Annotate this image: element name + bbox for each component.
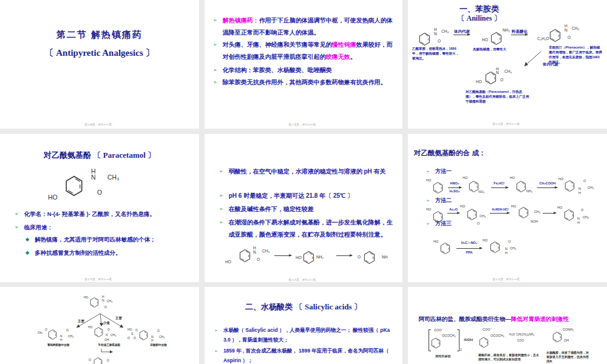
lysine-cation-label: H₃N⁺CH(CH₂)₄NH₃⁺ bbox=[509, 334, 536, 337]
atom-label: NH₂ bbox=[526, 190, 532, 194]
bracket-right bbox=[457, 329, 459, 351]
atom-label: HO bbox=[483, 239, 487, 243]
reagent-label: HNO₃ bbox=[446, 181, 464, 185]
reaction-arrow bbox=[453, 35, 470, 35]
atom-label: O bbox=[583, 180, 586, 183]
atom-label: O bbox=[581, 209, 583, 212]
slide-thumbnail-1[interactable]: 第二节 解热镇痛药 〔 Antipyretic Analgesics 〕 第十四… bbox=[0, 0, 199, 129]
bullet-arrow-icon: ➢ bbox=[15, 209, 19, 218]
slide-thumbnail-4[interactable]: 对乙酰氨基酚 〔 Paracetamol 〕 H N CH₃ O HO ➢ 化学… bbox=[0, 134, 199, 282]
slide-thumbnail-7[interactable]: HO H N CH₃ O 主要 少量 主要 Glu O N H O CH₃ HO… bbox=[0, 287, 199, 364]
atom-label: HO bbox=[476, 80, 482, 84]
structure-4-nitrophenol: HO NO₂ bbox=[463, 177, 489, 197]
slide-thumbnail-6[interactable]: 对乙酰氨基酚的合 成： ➢ 方法一 HO HNO₃ H₂SO₄ HO NO₂ F… bbox=[408, 134, 607, 282]
bullet-arrow-icon: ➢ bbox=[219, 166, 223, 178]
benzene-ring-icon bbox=[564, 209, 574, 221]
atom-label: C₂H₅O bbox=[537, 37, 549, 41]
reagent-label: Ac₂O bbox=[445, 207, 462, 211]
atom-label: COO⁻ bbox=[517, 340, 525, 343]
benzene-ring-icon bbox=[469, 180, 479, 193]
atom-label: NO₂ bbox=[478, 190, 484, 194]
benzene-ring-icon bbox=[518, 206, 529, 219]
atom-label: HO bbox=[433, 240, 438, 244]
atom-label: H bbox=[578, 192, 581, 195]
structure-paracetamol: HO H N CH₃ O bbox=[84, 294, 120, 312]
slide-title: 对乙酰氨基酚 〔 Paracetamol 〕 bbox=[0, 150, 199, 161]
bullet-arrow-icon: ➢ bbox=[213, 76, 217, 89]
atom-label: HO bbox=[48, 194, 58, 201]
slide-thumbnail-8[interactable]: 二、水杨酸类 〔 Salicylic acids 〕 ➢ 水杨酸（ Salicy… bbox=[205, 287, 402, 364]
bullet-arrow-icon: ➢ bbox=[15, 223, 19, 232]
atom-label: HO bbox=[225, 260, 231, 265]
atom-label: COO⁻ bbox=[434, 329, 443, 332]
atom-label: CH₃ bbox=[110, 334, 116, 337]
bullet-item: ➢ 方法三 bbox=[426, 220, 452, 228]
atom-label: O bbox=[500, 78, 503, 83]
atom-label: NH bbox=[382, 255, 387, 260]
bullet-arrow-icon: ➢ bbox=[213, 64, 217, 76]
atom-label: O bbox=[508, 240, 510, 244]
structure-hydroxyacetophenone: HO CH₃ O bbox=[460, 203, 489, 228]
bullet-arrow-icon: ➢ bbox=[213, 15, 217, 27]
reaction-arrow bbox=[456, 248, 482, 249]
bullet-text: 在潮湿的条件下易水解成对氨基酚，进一步发生氧化降解，生成亚胺醌，颜色逐渐变深，在… bbox=[229, 217, 394, 241]
bullet-item: ➢ 对头痛、牙痛、神经痛和关节痛等常见的慢性钝痛效果较好，而对创伤性剧痛及内脏平… bbox=[213, 39, 395, 63]
reaction-arrow bbox=[447, 213, 459, 214]
atom-label: HO bbox=[463, 177, 467, 180]
reaction-arrow bbox=[537, 187, 557, 188]
atom-label: CH₃ bbox=[262, 249, 270, 254]
bullet-item: ➢ 化学结构：苯胺类、水杨酸类、吡唑酮类 bbox=[213, 64, 395, 76]
structure-phenol: HO bbox=[433, 238, 454, 257]
bullet-arrow-icon: ➢ bbox=[214, 346, 218, 356]
sub-bullet-text: 多种抗感冒复方制剂的活性成分。 bbox=[35, 248, 121, 257]
page-footer: 第十五页，共七十一页。 bbox=[205, 123, 402, 126]
bullet-text: 临床用途： bbox=[24, 223, 53, 232]
reagent-label: H₂NOH·HCl bbox=[487, 207, 514, 211]
atom-label: O bbox=[89, 359, 91, 362]
benzene-ring-icon bbox=[516, 180, 526, 193]
atom-label: O bbox=[157, 329, 160, 332]
atom-label: OCOCH₃ bbox=[442, 334, 456, 338]
derivative-caption: 赖氨匹林，吸收良好，胃肠道刺激性小，且水溶性增大，可以制成注射剂使用 bbox=[478, 353, 539, 362]
bullet-text: 在酸及碱性条件下，稳定性较差 bbox=[229, 203, 314, 215]
sub-bullet-item: ◆ 解热镇痛，尤其适用于对阿司匹林敏感的个体； bbox=[25, 235, 192, 244]
slide-thumbnail-3[interactable]: 一、苯胺类 〔 Anilines 〕 H N CH₃ O 体内代谢 NH₂ HO… bbox=[408, 0, 607, 129]
slide-thumbnail-5[interactable]: ➢ 弱酸性，在空气中稳定，水溶液的稳定性与溶液的 pH 有关 ➢ pH 6 时最… bbox=[205, 134, 402, 282]
arrow-label: 体内代谢 bbox=[450, 29, 473, 35]
slide-title-main: 阿司匹林的盐、酰胺或酯类衍生物— bbox=[419, 315, 511, 322]
atom-label: CH₃ bbox=[68, 335, 73, 338]
atom-label: CH₃ bbox=[107, 174, 119, 181]
atom-label: O bbox=[97, 189, 102, 196]
benzene-ring-icon bbox=[303, 251, 314, 265]
page-footer: 第十九页，共七十一页。 bbox=[408, 278, 607, 281]
page-footer: 第十六页，共七十一页。 bbox=[408, 123, 607, 126]
atom-label: H bbox=[577, 221, 580, 225]
bullet-text-part: 对头痛、牙痛、神经痛和关节痛等常见的 bbox=[223, 41, 332, 48]
bullet-arrow-icon: ➢ bbox=[219, 203, 223, 215]
atom-label: CH₃ bbox=[480, 215, 486, 218]
structure-n-hydroxy-paracetamol: HO N OH O CH₃ bbox=[88, 325, 124, 344]
atom-label: HO bbox=[296, 256, 302, 260]
atom-label: CH₃ bbox=[504, 70, 512, 74]
bullet-text: 解热镇痛药：作用于下丘脑的体温调节中枢，可使发热病人的体温降至正常而不影响正常人… bbox=[223, 15, 395, 39]
bullet-arrow-icon: ➢ bbox=[219, 217, 223, 229]
benzene-ring-icon bbox=[431, 337, 441, 349]
structure-glucuronide-conjugate: Glu O N H O CH₃ bbox=[38, 327, 80, 344]
bullet-text: 化学结构：苯胺类、水杨酸类、吡唑酮类 bbox=[223, 64, 332, 76]
slide-title-highlight: 降低对胃肠道的刺激性 bbox=[511, 315, 569, 322]
structure-caption: 乙酰苯胺，俗称退热冰，1886年，用于解热镇痛，毒性较大，被淘汰。 bbox=[412, 47, 462, 61]
slide-thumbnail-9[interactable]: 阿司匹林的盐、酰胺或酯类衍生物—降低对胃肠道的刺激性 COO⁻ OCOCH₃ 2… bbox=[408, 287, 607, 364]
arrow-label: 羟基醚化 bbox=[508, 29, 531, 35]
structure-paracetamol-large: H N CH₃ O HO bbox=[48, 167, 130, 204]
slide-title-cn: 二、水杨酸类 bbox=[245, 302, 293, 311]
atom-label: H bbox=[60, 339, 63, 342]
bullet-item: ➢ 在酸及碱性条件下，稳定性较差 bbox=[219, 203, 394, 215]
benzene-ring-icon bbox=[364, 251, 375, 265]
benzene-ring-icon bbox=[467, 208, 477, 221]
slide-thumbnail-2[interactable]: ➢ 解热镇痛药：作用于下丘脑的体温调节中枢，可使发热病人的体温降至正常而不影响正… bbox=[205, 0, 402, 129]
atom-label: CH₃ bbox=[583, 216, 589, 220]
structure-paracetamol: HO N H O CH₃ bbox=[558, 177, 600, 198]
aluminum-label: AlOH bbox=[464, 338, 473, 342]
sub-bullet-text: 解热镇痛，尤其适用于对阿司匹林敏感的个体； bbox=[35, 235, 156, 244]
benzene-ring-icon bbox=[48, 329, 57, 340]
